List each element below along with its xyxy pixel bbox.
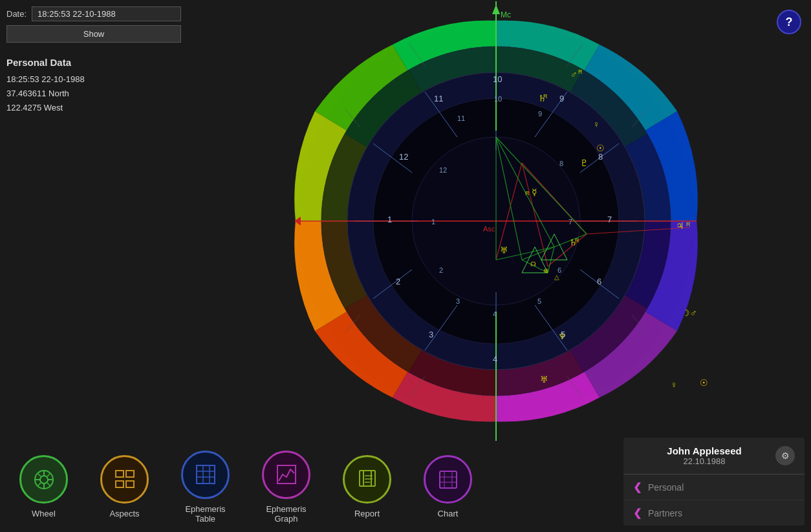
svg-text:7: 7 xyxy=(568,218,572,226)
svg-text:9: 9 xyxy=(538,110,542,118)
date-label: Date: xyxy=(6,9,27,19)
chevron-left-partners: ❮ xyxy=(633,507,642,519)
partners-option-label: Partners xyxy=(648,508,682,518)
nav-item-aspects[interactable]: Aspects xyxy=(100,455,149,518)
svg-text:1: 1 xyxy=(387,215,392,224)
show-button[interactable]: Show xyxy=(6,25,181,43)
svg-text:R: R xyxy=(525,190,530,197)
nav-item-chart[interactable]: Chart xyxy=(424,455,472,518)
svg-text:♀: ♀ xyxy=(671,380,678,390)
svg-text:9: 9 xyxy=(559,94,564,103)
svg-text:3: 3 xyxy=(456,297,460,305)
svg-text:6: 6 xyxy=(597,277,601,286)
date-input[interactable] xyxy=(32,6,181,21)
svg-text:4: 4 xyxy=(493,310,497,318)
svg-text:5: 5 xyxy=(537,297,541,305)
user-option-personal[interactable]: ❮ Personal xyxy=(623,474,805,500)
svg-text:8: 8 xyxy=(559,160,563,167)
personal-data-longitude: 122.4275 West xyxy=(6,101,181,115)
svg-rect-105 xyxy=(126,471,134,477)
svg-text:☿: ☿ xyxy=(532,187,537,197)
aspects-label: Aspects xyxy=(109,509,139,518)
bottom-nav: Wheel Aspects Ephemeris Table xyxy=(0,442,617,532)
ephemeris-graph-icon xyxy=(275,463,298,486)
user-option-partners[interactable]: ❮ Partners xyxy=(623,500,805,526)
wheel-circle xyxy=(19,455,68,504)
svg-text:⊕: ⊕ xyxy=(543,267,548,274)
mc-arrow xyxy=(492,5,500,14)
user-date: 22.10.1988 xyxy=(633,456,775,466)
svg-rect-106 xyxy=(116,481,124,487)
top-left-panel: Date: Show Personal Data 18:25:53 22-10-… xyxy=(6,6,181,115)
svg-line-100 xyxy=(38,473,41,476)
wheel-label: Wheel xyxy=(32,509,56,518)
svg-text:2: 2 xyxy=(439,266,443,274)
svg-rect-116 xyxy=(360,471,371,486)
svg-text:12: 12 xyxy=(399,152,408,162)
svg-rect-121 xyxy=(440,471,457,488)
chart-svg: ♂ ♄ ♀ ♇ ☉ ☿ ♅ ♄ ♃ ☽♂ ♆ xyxy=(276,1,716,441)
svg-text:♂: ♂ xyxy=(570,70,578,80)
svg-text:△: △ xyxy=(554,273,559,281)
svg-text:11: 11 xyxy=(434,94,443,103)
svg-text:☉: ☉ xyxy=(700,378,708,388)
svg-line-101 xyxy=(47,483,50,486)
personal-option-label: Personal xyxy=(648,482,684,493)
wheel-icon xyxy=(32,468,56,491)
personal-data-latitude: 37.463611 North xyxy=(6,87,181,101)
user-panel: John Appleseed 22.10.1988 ⚙ ❮ Personal ❮… xyxy=(623,438,805,526)
svg-line-102 xyxy=(47,473,50,476)
svg-text:♃: ♃ xyxy=(676,221,684,231)
chart-label: Chart xyxy=(438,509,459,518)
svg-line-103 xyxy=(38,483,41,486)
eph-graph-label: Ephemeris Graph xyxy=(266,504,306,524)
svg-rect-107 xyxy=(126,481,134,487)
svg-text:5: 5 xyxy=(561,330,565,339)
user-header: John Appleseed 22.10.1988 ⚙ xyxy=(623,438,805,469)
svg-text:☽♂: ☽♂ xyxy=(682,308,697,318)
svg-text:10: 10 xyxy=(493,74,502,84)
svg-text:R: R xyxy=(578,69,583,75)
chevron-left-personal: ❮ xyxy=(633,481,642,493)
svg-text:2: 2 xyxy=(396,277,400,286)
nav-item-report[interactable]: Report xyxy=(343,455,391,518)
svg-rect-108 xyxy=(197,465,215,484)
svg-text:R: R xyxy=(686,221,691,228)
ephemeris-table-icon xyxy=(194,463,217,486)
svg-text:3: 3 xyxy=(429,330,433,339)
svg-rect-104 xyxy=(116,471,124,477)
chart-area: ♂ ♄ ♀ ♇ ☉ ☿ ♅ ♄ ♃ ☽♂ ♆ xyxy=(181,0,811,442)
svg-text:1: 1 xyxy=(431,218,435,226)
aspects-circle xyxy=(100,455,149,504)
svg-text:8: 8 xyxy=(598,152,603,162)
personal-data-title: Personal Data xyxy=(6,54,181,71)
nav-item-wheel[interactable]: Wheel xyxy=(19,455,68,518)
nav-item-ephemeris-graph[interactable]: Ephemeris Graph xyxy=(262,451,310,524)
svg-text:7: 7 xyxy=(607,215,612,224)
svg-text:R: R xyxy=(543,93,548,100)
personal-data-datetime: 18:25:53 22-10-1988 xyxy=(6,72,181,87)
chart-icon xyxy=(437,468,460,491)
svg-text:10: 10 xyxy=(494,95,502,103)
report-icon xyxy=(356,468,379,491)
svg-text:☊: ☊ xyxy=(530,261,536,268)
svg-rect-117 xyxy=(363,471,375,486)
user-name: John Appleseed xyxy=(633,445,775,456)
chart-circle xyxy=(424,455,472,504)
eph-table-circle xyxy=(181,451,230,499)
svg-text:12: 12 xyxy=(439,166,447,174)
report-circle xyxy=(343,455,391,504)
personal-data-panel: Personal Data 18:25:53 22-10-1988 37.463… xyxy=(6,54,181,115)
svg-point-95 xyxy=(40,476,48,484)
svg-text:♅: ♅ xyxy=(540,375,548,385)
settings-button[interactable]: ⚙ xyxy=(775,446,795,465)
user-name-date: John Appleseed 22.10.1988 xyxy=(633,445,775,466)
mc-label: Mc xyxy=(501,10,511,19)
nav-item-ephemeris-table[interactable]: Ephemeris Table xyxy=(181,451,230,524)
report-label: Report xyxy=(354,509,380,518)
svg-text:♀: ♀ xyxy=(593,120,600,129)
svg-text:♇: ♇ xyxy=(580,158,589,168)
asc-label: Asc xyxy=(483,225,495,233)
svg-text:11: 11 xyxy=(457,114,465,122)
eph-table-label: Ephemeris Table xyxy=(185,504,225,524)
